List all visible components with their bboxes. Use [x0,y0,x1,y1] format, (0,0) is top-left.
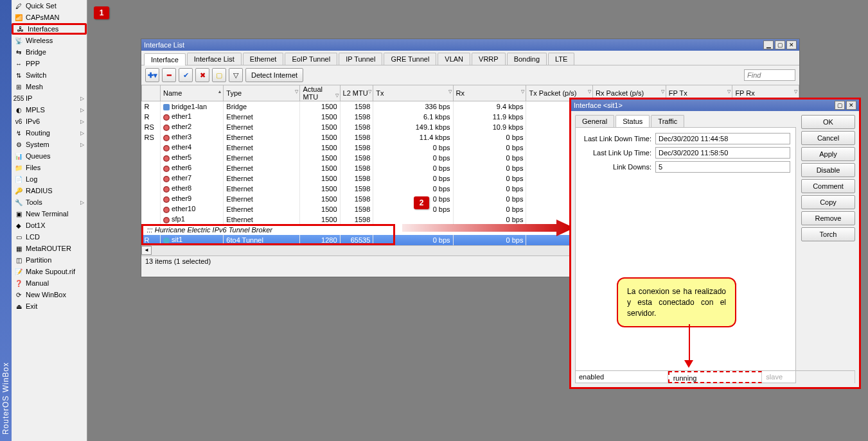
tab-eoip-tunnel[interactable]: EoIP Tunnel [285,53,337,65]
menu-item-new-winbox[interactable]: ⟳New WinBox [12,289,87,300]
window-titlebar[interactable]: Interface <sit1> ▢ ✕ [571,99,859,111]
detail-tab-traffic[interactable]: Traffic [651,115,684,127]
column-header[interactable]: Tx▽ [373,85,453,101]
close-button[interactable]: ✕ [846,101,856,110]
menu-item-ppp[interactable]: ↔PPP [12,58,87,69]
menu-item-interfaces[interactable]: 🖧Interfaces [12,23,87,35]
column-header[interactable]: Name▲ [160,85,223,101]
menu-item-metarouter[interactable]: ▦MetaROUTER [12,243,87,254]
menu-item-exit[interactable]: ⏏Exit [12,300,87,312]
menu-item-mesh[interactable]: ⊞Mesh [12,81,87,92]
last-link-up-label: Last Link Up Time: [581,149,651,157]
detail-tab-general[interactable]: General [575,115,614,127]
menu-icon: ⇆ [14,48,23,56]
detail-tab-status[interactable]: Status [616,115,650,127]
menu-item-partition[interactable]: ◫Partition [12,254,87,266]
apply-button[interactable]: Apply [801,147,855,161]
column-header[interactable] [142,85,161,101]
menu-label: System [26,141,49,148]
remove-button[interactable]: Remove [801,211,855,225]
detail-panel: Last Link Down Time: Dec/30/2020 11:44:5… [575,127,796,383]
comment-button[interactable]: Comment [801,179,855,193]
window-titlebar[interactable]: Interface List ▁ ▢ ✕ [141,39,799,51]
cancel-button[interactable]: Cancel [801,131,855,145]
maximize-button[interactable]: ▢ [775,40,785,49]
menu-label: Manual [26,279,49,287]
menu-label: Mesh [26,83,43,91]
menu-label: CAPsMAN [26,13,60,21]
app-title: RouterOS WinBox [1,362,10,435]
menu-item-tools[interactable]: 🔧Tools▷ [12,196,87,208]
menu-item-lcd[interactable]: ▭LCD [12,231,87,243]
menu-label: Dot1X [26,221,46,229]
menu-item-system[interactable]: ⚙System▷ [12,139,87,150]
tab-lte[interactable]: LTE [548,53,574,65]
column-header[interactable]: Type▽ [224,85,300,101]
column-header[interactable]: Rx▽ [453,85,526,101]
submenu-arrow-icon: ▷ [80,96,84,101]
disable-button[interactable]: Disable [801,163,855,177]
last-link-down-label: Last Link Down Time: [581,135,651,143]
ok-button[interactable]: OK [801,115,855,129]
menu-icon: 📶 [14,13,23,22]
minimize-button[interactable]: ▁ [763,40,774,49]
menu-label: IP [26,94,32,102]
menu-icon: ⏏ [14,302,23,311]
disable-button[interactable]: ✖ [195,68,209,82]
menu-item-capsman[interactable]: 📶CAPsMAN [12,12,87,23]
menu-item-log[interactable]: 📄Log [12,173,87,185]
detect-internet-button[interactable]: Detect Internet [245,68,303,82]
column-header[interactable]: L2 MTU▽ [340,85,373,101]
menu-item-routing[interactable]: ↯Routing▷ [12,127,87,139]
close-button[interactable]: ✕ [786,40,797,49]
menu-label: PPP [26,60,40,67]
menu-item-manual[interactable]: ❓Manual [12,277,87,289]
find-input[interactable] [744,69,795,81]
menu-label: Log [26,175,37,183]
filter-button[interactable]: ▽ [229,68,243,82]
copy-button[interactable]: Copy [801,195,855,209]
add-button[interactable]: ✚▾ [145,68,159,82]
torch-button[interactable]: Torch [801,227,855,241]
toolbar: ✚▾ ━ ✔ ✖ ▢ ▽ Detect Internet [141,65,799,85]
link-downs-label: Link Downs: [581,163,651,171]
menu-icon: ⇅ [14,71,23,80]
remove-button[interactable]: ━ [162,68,176,82]
menu-icon: ▭ [14,232,23,241]
submenu-arrow-icon: ▷ [80,142,84,148]
menu-item-make-supout.rif[interactable]: 📝Make Supout.rif [12,266,87,277]
tab-vlan[interactable]: VLAN [438,53,470,65]
menu-icon: 📊 [14,151,23,160]
tab-gre-tunnel[interactable]: GRE Tunnel [384,53,436,65]
menu-icon: 🖊 [14,1,23,10]
tab-interface[interactable]: Interface [144,53,186,65]
menu-item-wireless[interactable]: 📡Wireless [12,35,87,46]
status-enabled: enabled [575,371,668,383]
tab-ip-tunnel[interactable]: IP Tunnel [339,53,382,65]
tab-interface-list[interactable]: Interface List [187,53,242,65]
window-title: Interface <sit1> [574,101,833,109]
scroll-left-button[interactable]: ◄ [141,246,152,255]
menu-item-new-terminal[interactable]: ▣New Terminal [12,208,87,220]
menu-item-queues[interactable]: 📊Queues [12,150,87,162]
menu-item-dot1x[interactable]: ◆Dot1X [12,220,87,231]
menu-item-quick-set[interactable]: 🖊Quick Set [12,0,87,12]
tab-ethernet[interactable]: Ethernet [243,53,284,65]
submenu-arrow-icon: ▷ [80,119,84,125]
menu-label: Interfaces [28,25,58,33]
maximize-button[interactable]: ▢ [835,101,845,110]
enable-button[interactable]: ✔ [179,68,193,82]
menu-item-radius[interactable]: 🔑RADIUS [12,185,87,196]
menu-item-switch[interactable]: ⇅Switch [12,69,87,81]
menu-item-files[interactable]: 📁Files [12,162,87,173]
comment-button[interactable]: ▢ [212,68,226,82]
annotation-arrow-line [689,324,690,361]
tab-vrrp[interactable]: VRRP [472,53,506,65]
column-header[interactable]: Actual MTU▽ [300,85,340,101]
menu-item-bridge[interactable]: ⇆Bridge [12,46,87,58]
menu-label: New Terminal [26,210,68,218]
menu-item-ipv6[interactable]: v6IPv6▷ [12,116,87,127]
tab-bonding[interactable]: Bonding [507,53,547,65]
menu-item-mpls[interactable]: ◐MPLS▷ [12,104,87,116]
menu-item-ip[interactable]: 255IP▷ [12,92,87,104]
